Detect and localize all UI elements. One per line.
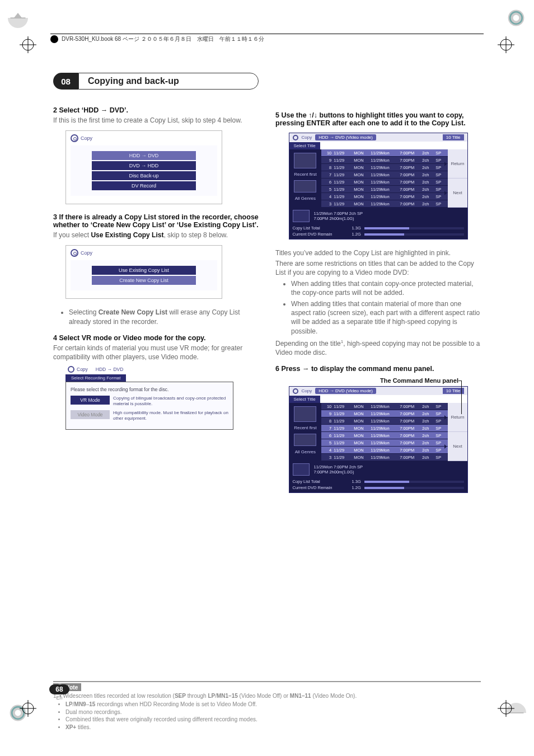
note-item-lp: LP/MN9–15 recordings when HDD Recording … xyxy=(65,701,481,708)
step-4-heading: 4 Select VR mode or Video mode for the c… xyxy=(53,334,259,342)
title-row: 711/29MON11/29Mon7:00PM2chSP xyxy=(321,171,448,179)
step-2-heading: 2 Select ‘HDD → DVD’. xyxy=(53,106,259,114)
menu2-item-1: Create New Copy List xyxy=(92,276,196,285)
detail-thumb xyxy=(293,210,310,222)
page-number: 68 xyxy=(49,684,69,694)
step-6-heading: 6 Press → to display the command menu pa… xyxy=(275,365,481,373)
note-item-xp: XP+ titles. xyxy=(65,724,481,731)
chapter-title: Copying and back-up xyxy=(78,73,259,90)
preview-thumb xyxy=(294,153,316,168)
select-title-panel-2: Copy HDD → DVD (Video mode) 10 Title Sel… xyxy=(289,386,468,493)
copy-menu1-title: Copy xyxy=(71,134,217,142)
select-title-tab: Select Title xyxy=(289,142,320,149)
note-item-combined: Combined titles that were originally rec… xyxy=(65,716,481,724)
copy-menu-mock-2: Copy Use Existing Copy List Create New C… xyxy=(65,245,222,299)
vr-mode-button: VR Mode xyxy=(71,396,110,405)
menu1-item-2: Disc Back-up xyxy=(92,171,196,180)
title-row: 611/29MON11/29Mon7:00PM2chSP xyxy=(321,432,448,439)
step-4-text: For certain kinds of material you must u… xyxy=(53,344,259,361)
step-5-heading: 5 Use the ↑/↓ buttons to highlight title… xyxy=(275,111,481,127)
step-3-text: If you select Use Existing Copy List, sk… xyxy=(53,231,259,240)
chapter-heading: 08 Copying and back-up xyxy=(53,73,259,90)
menu1-item-1: DVD → HDD xyxy=(92,161,196,170)
vr-mode-mock: Copy HDD → DVD Select Recording Format P… xyxy=(65,365,233,430)
genre-thumb xyxy=(294,434,316,446)
title-row: 811/29MON11/29Mon7:00PM2chSP xyxy=(321,164,448,171)
video-mode-desc: High compatibility mode. Must be finaliz… xyxy=(113,410,228,421)
title-row: 811/29MON11/29Mon7:00PM2chSP xyxy=(321,417,448,425)
disc-icon xyxy=(71,249,78,257)
vr-mode-desc: Copying of bilingual broadcasts and copy… xyxy=(113,396,228,407)
return-button: Return xyxy=(448,149,467,179)
page-footer: 68 En xyxy=(49,684,69,701)
next-button: Next xyxy=(448,432,467,461)
title-row: 311/29MON11/29Mon7:00PM2chSP xyxy=(321,200,448,208)
recent-first-label: Recent first xyxy=(294,172,316,177)
step5-paragraph-b: There are some restrictions on titles th… xyxy=(275,259,481,277)
detail-thumb xyxy=(293,463,310,476)
return-button: Return xyxy=(448,403,467,432)
disc-icon xyxy=(71,134,78,142)
copy-menu2-title: Copy xyxy=(71,249,217,257)
title-row: 411/29MON11/29Mon7:00PM2chSP xyxy=(321,193,448,200)
title-row: 1011/29MON11/29Mon7:00PM2chSP xyxy=(321,149,448,157)
vr-tab: Select Recording Format xyxy=(65,374,126,382)
title-row: 411/29MON11/29Mon7:00PM2chSP xyxy=(321,447,448,454)
depend-paragraph: Depending on the title1, high-speed copy… xyxy=(275,339,481,357)
title-row: 711/29MON11/29Mon7:00PM2chSP xyxy=(321,425,448,432)
crop-mark-br xyxy=(498,700,514,717)
title-row: 1011/29MON11/29Mon7:00PM2chSP xyxy=(321,403,448,410)
left-column: 08 Copying and back-up 2 Select ‘HDD → D… xyxy=(53,73,259,502)
page-lang: En xyxy=(49,695,69,701)
title-row: 511/29MON11/29Mon7:00PM2chSP xyxy=(321,439,448,447)
disc-icon xyxy=(293,388,298,394)
title-row: 511/29MON11/29Mon7:00PM2chSP xyxy=(321,186,448,193)
detail-line-1: 11/29Mon 7:00PM 2ch SP xyxy=(314,211,363,216)
footnote-section: ✎ Note 1. • Widescreen titles recorded a… xyxy=(53,681,481,731)
right-column: 5 Use the ↑/↓ buttons to highlight title… xyxy=(275,73,481,502)
step3-bullet: Selecting Create New Copy List will eras… xyxy=(69,308,259,326)
preview-thumb xyxy=(294,406,316,422)
title-row: 611/29MON11/29Mon7:00PM2chSP xyxy=(321,179,448,186)
title-row: 911/29MON11/29Mon7:00PM2chSP xyxy=(321,410,448,417)
chapter-number: 08 xyxy=(53,73,78,90)
video-mode-button: Video Mode xyxy=(71,410,110,419)
all-genres-label: All Genres xyxy=(295,196,316,201)
detail-line-2: 7:00PM 2h00m(1.0G) xyxy=(314,216,363,221)
title-row: 311/29MON11/29Mon7:00PM2chSP xyxy=(321,454,448,461)
step-3-heading: 3 If there is already a Copy List stored… xyxy=(53,213,259,229)
menu2-item-0: Use Existing Copy List xyxy=(92,266,196,275)
disc-icon xyxy=(293,135,298,140)
crop-mark-bl xyxy=(20,700,36,717)
step5-paragraph-a: Titles you’ve added to the Copy List are… xyxy=(275,248,481,257)
select-title-panel-1: Copy HDD → DVD (Video mode) 10 Title Sel… xyxy=(289,133,468,240)
next-button: Next xyxy=(448,179,467,208)
restriction-bullet-2: When adding titles that contain material… xyxy=(291,299,481,336)
genre-thumb xyxy=(294,180,316,192)
copy-menu-mock-1: Copy HDD → DVD DVD → HDD Disc Back-up DV… xyxy=(65,130,222,204)
vr-intro: Please select the recording format for t… xyxy=(71,387,228,392)
disc-icon xyxy=(68,366,74,373)
title-row: 911/29MON11/29Mon7:00PM2chSP xyxy=(321,157,448,164)
menu1-item-3: DV Record xyxy=(92,181,196,190)
step-2-text: If this is the first time to create a Co… xyxy=(53,116,259,125)
command-menu-caption: The Command Menu panel xyxy=(275,377,458,384)
restriction-bullet-1: When adding titles that contain copy-onc… xyxy=(291,279,481,297)
menu1-item-0: HDD → DVD xyxy=(92,151,196,160)
note-item-dual: Dual mono recordings. xyxy=(65,708,481,716)
select-title-tab-2: Select Title xyxy=(289,396,320,403)
